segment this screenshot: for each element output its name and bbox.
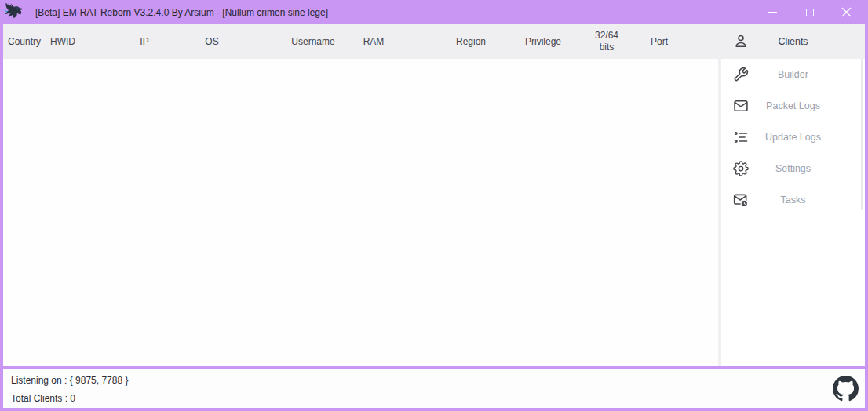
list-icon [733,129,749,145]
close-icon [841,7,852,17]
column-header-ip[interactable]: IP [140,36,148,47]
app-window: [Beta] EM-RAT Reborn V3.2.4.0 By Arsium … [0,0,868,411]
column-header-country[interactable]: Country [8,36,41,47]
sidebar-item-builder[interactable]: Builder [721,59,865,90]
gear-icon [733,161,749,176]
sidebar-item-clients[interactable]: Clients [721,24,865,59]
titlebar: [Beta] EM-RAT Reborn V3.2.4.0 By Arsium … [3,0,865,24]
minimize-icon [768,12,777,13]
sidebar-scrollbar[interactable] [861,59,863,210]
minimize-button[interactable] [754,0,791,24]
wrench-icon [733,67,749,82]
column-header-port[interactable]: Port [651,36,668,47]
clients-table-body [3,59,718,366]
eagle-logo-icon [2,2,26,24]
listening-status: Listening on : { 9875, 7788 } [11,375,865,386]
sidebar-item-tasks[interactable]: Tasks [721,184,865,216]
person-icon [733,34,749,49]
maximize-icon [806,9,814,16]
sidebar-item-packet-logs[interactable]: Packet Logs [721,90,865,122]
maximize-button[interactable] [791,0,828,24]
envelope-icon [733,98,749,114]
envelope-clock-icon [733,192,749,208]
clients-panel: Country HWID IP OS Username RAM Region P… [3,24,718,366]
close-button[interactable] [828,0,865,24]
github-icon[interactable] [833,376,859,402]
column-header-bits[interactable]: 32/64 bits [589,30,625,53]
column-header-region[interactable]: Region [456,36,486,47]
content-area: Country HWID IP OS Username RAM Region P… [3,24,865,366]
column-header-ram[interactable]: RAM [363,36,385,47]
total-clients-status: Total Clients : 0 [11,393,865,404]
column-header-username[interactable]: Username [291,36,334,47]
column-header-hwid[interactable]: HWID [50,36,75,47]
sidebar-item-update-logs[interactable]: Update Logs [721,122,865,153]
sidebar-item-settings[interactable]: Settings [721,153,865,184]
window-title: [Beta] EM-RAT Reborn V3.2.4.0 By Arsium … [35,7,328,18]
column-header-privilege[interactable]: Privilege [525,36,561,47]
clients-table-header: Country HWID IP OS Username RAM Region P… [3,24,718,59]
sidebar: Clients Builder Packet Logs [721,24,865,366]
statusbar: Listening on : { 9875, 7788 } Total Clie… [3,369,865,408]
column-header-os[interactable]: OS [205,36,218,47]
window-controls [754,0,865,24]
